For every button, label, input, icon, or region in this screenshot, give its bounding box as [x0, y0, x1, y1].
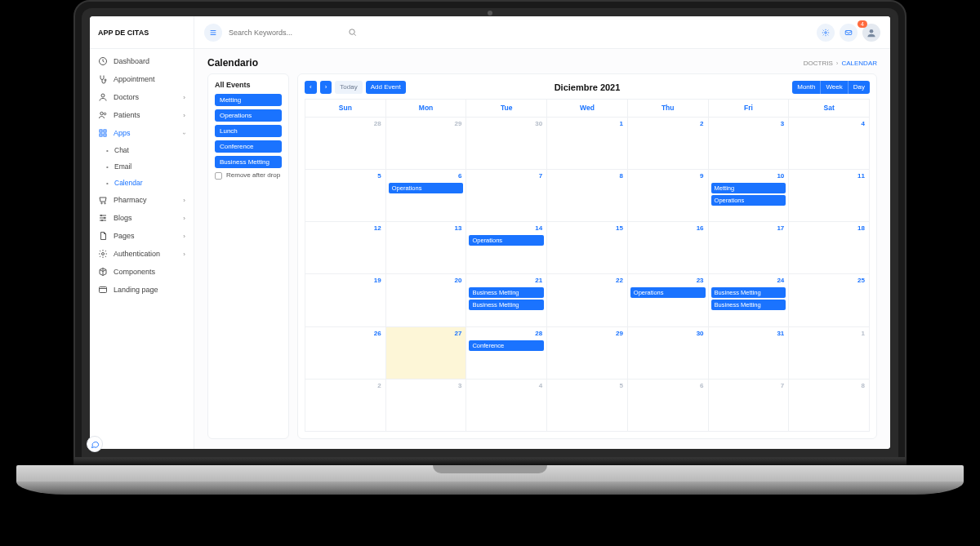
sidebar-item-pharmacy[interactable]: Pharmacy › — [90, 191, 194, 209]
calendar-event[interactable]: Conference — [469, 340, 544, 351]
day-number: 30 — [697, 330, 704, 337]
event-pill[interactable]: Metting — [215, 94, 282, 106]
sidebar-item-label: Pharmacy — [114, 196, 147, 204]
calendar-event[interactable]: Operations — [389, 183, 464, 193]
calendar-day-cell[interactable]: 1 — [547, 118, 628, 170]
next-button[interactable]: › — [320, 81, 332, 94]
calendar-day-cell[interactable]: 3 — [709, 118, 790, 170]
settings-button[interactable] — [817, 24, 835, 42]
calendar-day-cell[interactable]: 12 — [305, 222, 386, 274]
calendar-event[interactable]: Operations — [469, 235, 544, 246]
event-pill[interactable]: Conference — [215, 140, 282, 153]
avatar[interactable]: 4 — [862, 24, 880, 42]
sidebar-item-landing[interactable]: Landing page — [90, 281, 194, 299]
calendar-day-cell[interactable]: 5 — [305, 170, 386, 222]
event-pill[interactable]: Business Metting — [215, 156, 282, 168]
calendar-day-cell[interactable]: 17 — [709, 222, 790, 274]
calendar-event[interactable]: Business Metting — [711, 287, 786, 298]
sidebar-item-pages[interactable]: Pages › — [90, 227, 194, 245]
event-pill[interactable]: Lunch — [215, 125, 282, 137]
calendar-day-cell[interactable]: 22 — [547, 274, 628, 326]
remove-after-drop-row[interactable]: Remove after drop — [215, 171, 282, 180]
calendar-day-cell[interactable]: 1 — [789, 327, 870, 380]
calendar-day-cell[interactable]: 24Business MettingBusiness Metting — [709, 274, 790, 326]
sidebar-item-label: Pages — [114, 232, 135, 240]
calendar-event[interactable]: Operations — [711, 195, 786, 206]
day-number: 19 — [374, 277, 381, 284]
view-month-button[interactable]: Month — [792, 81, 820, 94]
calendar-day-cell[interactable]: 16 — [628, 222, 709, 274]
calendar-day-cell[interactable]: 4 — [789, 118, 870, 170]
events-panel: All Events MettingOperationsLunchConfere… — [207, 73, 289, 439]
calendar-day-cell[interactable]: 18 — [789, 222, 870, 274]
sidebar-item-blogs[interactable]: Blogs › — [90, 209, 194, 227]
calendar-day-cell[interactable]: 29 — [386, 118, 467, 170]
calendar-day-cell[interactable]: 25 — [789, 274, 870, 326]
sidebar-sub-calendar[interactable]: Calendar — [90, 175, 194, 191]
prev-button[interactable]: ‹ — [305, 81, 317, 94]
calendar-day-cell[interactable]: 29 — [547, 327, 628, 380]
menu-toggle-button[interactable] — [204, 24, 222, 42]
chat-bubble-icon[interactable] — [90, 436, 103, 449]
calendar-day-cell[interactable]: 10MettingOperations — [709, 170, 790, 222]
calendar-event[interactable]: Operations — [630, 287, 706, 298]
sidebar-item-apps[interactable]: Apps › — [90, 124, 194, 142]
day-of-week-header: Mon — [386, 100, 467, 118]
view-day-button[interactable]: Day — [848, 81, 870, 94]
calendar-event[interactable]: Business Metting — [469, 287, 544, 298]
calendar-day-cell[interactable]: 11 — [789, 170, 870, 222]
event-pill[interactable]: Operations — [215, 109, 282, 122]
sidebar-sub-email[interactable]: Email — [90, 158, 194, 175]
search-icon[interactable] — [348, 28, 357, 37]
calendar-day-cell[interactable]: 21Business MettingBusiness Metting — [466, 274, 547, 326]
calendar-day-cell[interactable]: 19 — [305, 274, 386, 326]
calendar-day-cell[interactable]: 8 — [789, 380, 870, 432]
calendar-day-cell[interactable]: 28 — [305, 118, 386, 170]
sidebar-item-patients[interactable]: Patients › — [90, 106, 194, 124]
calendar-day-cell[interactable]: 8 — [547, 170, 628, 222]
calendar-event[interactable]: Business Metting — [711, 300, 786, 310]
calendar-day-cell[interactable]: 30 — [466, 118, 547, 170]
laptop-hinge — [74, 459, 906, 465]
calendar-day-cell[interactable]: 5 — [547, 380, 628, 432]
calendar-day-cell[interactable]: 14Operations — [466, 222, 547, 274]
mail-button[interactable] — [840, 24, 858, 42]
calendar-day-cell[interactable]: 30 — [628, 327, 709, 380]
day-number: 22 — [616, 277, 623, 284]
calendar-day-cell[interactable]: 27 — [386, 327, 467, 380]
calendar-day-cell[interactable]: 7 — [466, 170, 547, 222]
calendar-day-cell[interactable]: 6 — [628, 380, 709, 432]
calendar-day-cell[interactable]: 23Operations — [628, 274, 709, 326]
calendar-day-cell[interactable]: 26 — [305, 327, 386, 380]
calendar-day-cell[interactable]: 4 — [466, 380, 547, 432]
day-of-week-header: Sun — [305, 100, 386, 118]
calendar-day-cell[interactable]: 3 — [386, 380, 467, 432]
add-event-button[interactable]: Add Event — [366, 81, 406, 94]
calendar-day-cell[interactable]: 2 — [628, 118, 709, 170]
calendar-day-cell[interactable]: 20 — [386, 274, 467, 326]
sidebar-item-components[interactable]: Components — [90, 263, 194, 281]
calendar-day-cell[interactable]: 31 — [709, 327, 790, 380]
view-week-button[interactable]: Week — [820, 81, 847, 94]
today-button[interactable]: Today — [335, 81, 362, 94]
sidebar-item-appointment[interactable]: Appointment — [90, 70, 194, 88]
calendar-day-cell[interactable]: 9 — [628, 170, 709, 222]
sidebar-item-auth[interactable]: Authentication › — [90, 245, 194, 263]
calendar-day-cell[interactable]: 28Conference — [466, 327, 547, 380]
checkbox-icon[interactable] — [215, 172, 222, 180]
day-number: 28 — [374, 120, 381, 127]
search-input[interactable] — [229, 29, 343, 37]
sidebar-item-dashboard[interactable]: Dashboard — [90, 52, 194, 70]
calendar-event[interactable]: Metting — [711, 183, 786, 193]
day-number: 27 — [455, 330, 462, 337]
chevron-right-icon: › — [836, 60, 839, 67]
sidebar-item-doctors[interactable]: Doctors › — [90, 88, 194, 106]
calendar-day-cell[interactable]: 7 — [709, 380, 790, 432]
breadcrumb-root[interactable]: DOCTRIS — [804, 60, 833, 67]
sidebar-sub-chat[interactable]: Chat — [90, 142, 194, 158]
calendar-day-cell[interactable]: 2 — [305, 380, 386, 432]
calendar-day-cell[interactable]: 15 — [547, 222, 628, 274]
calendar-day-cell[interactable]: 13 — [386, 222, 467, 274]
calendar-day-cell[interactable]: 6Operations — [386, 170, 467, 222]
calendar-event[interactable]: Business Metting — [469, 300, 544, 310]
